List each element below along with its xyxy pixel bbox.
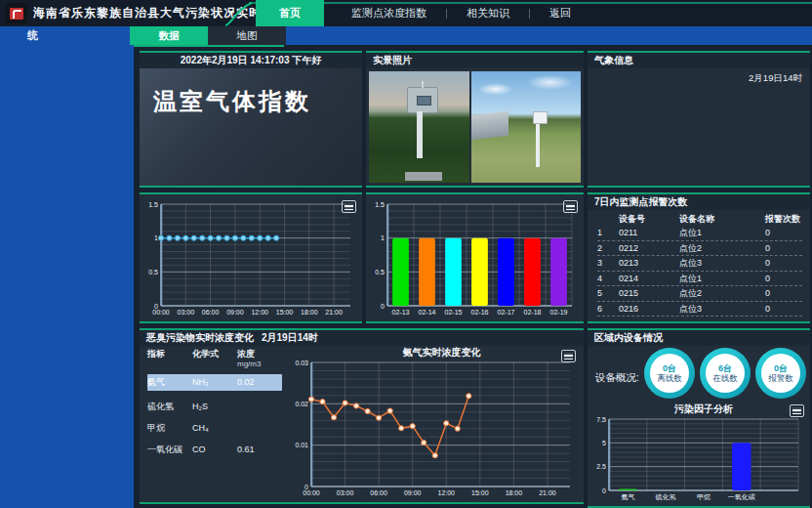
svg-text:0.02: 0.02 xyxy=(295,401,308,407)
svg-text:1.5: 1.5 xyxy=(375,201,385,208)
svg-text:0.5: 0.5 xyxy=(375,269,385,275)
site-photo-2 xyxy=(471,71,581,183)
svg-text:硫化氢: 硫化氢 xyxy=(655,493,676,501)
svg-text:0: 0 xyxy=(381,303,385,310)
monitor-device xyxy=(533,111,548,124)
svg-text:21:00: 21:00 xyxy=(325,309,343,316)
svg-text:15:00: 15:00 xyxy=(471,489,489,496)
odor-unit: mg/m3 xyxy=(147,360,282,370)
svg-text:12:00: 12:00 xyxy=(251,309,268,316)
main-nav: 首页监测点浓度指数相关知识返回 xyxy=(256,0,589,26)
svg-text:18:00: 18:00 xyxy=(506,489,523,496)
alarm-table-row: 40214点位10 xyxy=(597,272,802,287)
status-circle-alarm: 0台报警数 xyxy=(755,348,806,399)
svg-text:00:00: 00:00 xyxy=(303,489,320,496)
nav-item-monitor-index[interactable]: 监测点浓度指数 xyxy=(334,0,444,26)
chart-menu-icon[interactable] xyxy=(342,200,356,213)
panel-daily-index-chart: 00.511.502-1302-1402-1502-1602-1702-1802… xyxy=(366,192,584,323)
svg-text:氨气: 氨气 xyxy=(621,493,634,500)
weather-time: 2月19日14时 xyxy=(749,72,802,85)
svg-text:03:00: 03:00 xyxy=(337,489,354,496)
odor-time: 2月19日14时 xyxy=(262,330,318,346)
alarm-table-row: 10211点位10 xyxy=(597,226,802,241)
svg-text:02-18: 02-18 xyxy=(524,309,542,316)
svg-text:18:00: 18:00 xyxy=(301,309,318,316)
alarm-table-header: 设备号 设备名称 报警次数 xyxy=(597,212,802,226)
panel-weather: 气象信息 2月19日14时 xyxy=(588,51,810,188)
tab-map[interactable]: 地图 xyxy=(208,26,286,45)
svg-text:21:00: 21:00 xyxy=(539,489,556,496)
svg-text:氨气实时浓度变化: 氨气实时浓度变化 xyxy=(402,347,482,358)
pollution-factor-chart: 污染因子分析02.557.5氨气硫化氢甲烷一氧化碳 xyxy=(589,402,806,504)
alarm-table-title: 7日内监测点报警次数 xyxy=(594,194,688,210)
photos-title: 实景照片 xyxy=(373,53,412,68)
alarm-table: 设备号 设备名称 报警次数 10211点位1020212点位2030213点位3… xyxy=(588,210,810,317)
gas-trend-chart: 00.511.500:0003:0006:0009:0012:0015:0018… xyxy=(142,196,358,319)
svg-text:污染因子分析: 污染因子分析 xyxy=(673,403,733,414)
panel-odor: 恶臭污染物实时浓度变化 2月19日14时 指标 化学式 浓度 mg/m3 氨气N… xyxy=(140,328,584,504)
nh3-trend-chart: 氨气实时浓度变化00.010.020.0300:0003:0006:0009:0… xyxy=(286,346,580,500)
odor-row-4[interactable]: 一氧化碳CO0.61 xyxy=(147,442,282,458)
svg-text:0.01: 0.01 xyxy=(295,442,308,448)
odor-title: 恶臭污染物实时浓度变化 xyxy=(146,330,254,346)
svg-text:09:00: 09:00 xyxy=(404,489,422,496)
device-overview-label: 设备概况: xyxy=(595,371,639,385)
odor-table-header: 指标 化学式 浓度 xyxy=(147,348,282,360)
top-header: 海南省乐东黎族自治县大气污染状况实时发布系 首页监测点浓度指数相关知识返回 xyxy=(0,0,812,26)
svg-text:00:00: 00:00 xyxy=(152,309,170,316)
site-photo-1 xyxy=(369,71,469,183)
svg-text:7.5: 7.5 xyxy=(596,416,606,423)
alarm-table-row: 50215点位20 xyxy=(597,286,802,302)
device-status-circles: 0台离线数6台在线数0台报警数 xyxy=(644,348,806,399)
app-logo-icon xyxy=(6,3,27,23)
svg-text:0.5: 0.5 xyxy=(148,269,158,275)
nav-separator xyxy=(529,9,530,19)
svg-text:02-14: 02-14 xyxy=(419,309,436,316)
tab-underline xyxy=(130,45,284,47)
svg-text:1: 1 xyxy=(154,234,158,241)
svg-text:02-17: 02-17 xyxy=(498,309,515,316)
odor-row-2[interactable]: 硫化氢H₂S xyxy=(147,399,282,415)
nav-separator xyxy=(446,9,447,19)
greenhouse-headline: 温室气体指数 xyxy=(153,86,311,117)
panel-devices: 区域内设备情况 设备概况: 0台离线数6台在线数0台报警数 污染因子分析02.5… xyxy=(588,328,810,508)
svg-text:2.5: 2.5 xyxy=(596,463,606,470)
svg-text:甲烷: 甲烷 xyxy=(697,493,710,501)
left-sidebar xyxy=(0,45,134,508)
sub-header: 统 数据地图 xyxy=(0,26,812,45)
devices-title: 区域内设备情况 xyxy=(594,330,663,346)
svg-text:12:00: 12:00 xyxy=(437,489,455,496)
alarm-table-row: 20212点位20 xyxy=(597,241,802,257)
status-circle-online: 6台在线数 xyxy=(700,348,751,399)
nav-swoosh-decoration xyxy=(223,0,256,26)
nav-item-home[interactable]: 首页 xyxy=(256,0,324,26)
svg-text:06:00: 06:00 xyxy=(202,309,220,316)
chart-menu-icon[interactable] xyxy=(790,404,804,417)
svg-text:0: 0 xyxy=(602,487,606,494)
svg-text:03:00: 03:00 xyxy=(178,309,195,316)
weather-title: 气象信息 xyxy=(594,53,633,68)
panel-greenhouse: 2022年2月19日 14:17:03 下午好 温室气体指数 xyxy=(140,51,362,188)
daily-index-chart: 00.511.502-1302-1402-1502-1602-1702-1802… xyxy=(368,196,580,319)
nav-item-back[interactable]: 返回 xyxy=(532,0,589,26)
svg-text:09:00: 09:00 xyxy=(226,309,244,316)
svg-text:1.5: 1.5 xyxy=(148,201,158,208)
chart-menu-icon[interactable] xyxy=(561,350,576,362)
greenhouse-datetime: 2022年2月19日 14:17:03 下午好 xyxy=(140,53,362,68)
svg-text:一氧化碳: 一氧化碳 xyxy=(728,493,755,501)
odor-table: 指标 化学式 浓度 mg/m3 氨气NH₃0.02硫化氢H₂S甲烷CH₄一氧化碳… xyxy=(140,346,286,502)
odor-row-1[interactable]: 氨气NH₃0.02 xyxy=(147,374,282,391)
panel-alarm-table: 7日内监测点报警次数 设备号 设备名称 报警次数 10211点位1020212点… xyxy=(588,192,810,323)
tab-data[interactable]: 数据 xyxy=(130,26,208,45)
svg-text:02-19: 02-19 xyxy=(550,309,568,316)
svg-text:02-13: 02-13 xyxy=(392,309,410,316)
nav-item-knowledge[interactable]: 相关知识 xyxy=(449,0,527,26)
chart-menu-icon[interactable] xyxy=(563,200,578,213)
odor-row-3[interactable]: 甲烷CH₄ xyxy=(147,420,282,437)
svg-text:1: 1 xyxy=(381,234,385,241)
panel-photos: 实景照片 xyxy=(366,51,584,188)
alarm-table-row: 30213点位30 xyxy=(597,256,802,272)
svg-text:06:00: 06:00 xyxy=(370,489,387,496)
svg-text:02-15: 02-15 xyxy=(445,309,463,316)
app-title-wrap: 统 xyxy=(27,26,38,45)
